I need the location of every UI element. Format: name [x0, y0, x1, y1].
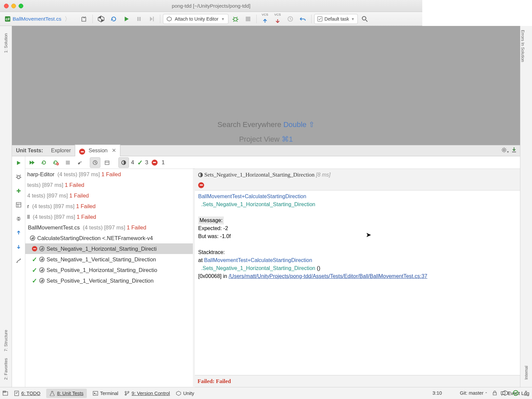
- svg-marker-5: [125, 17, 129, 21]
- csharp-file-icon: c#: [5, 16, 11, 22]
- fail-icon: [198, 182, 204, 188]
- left-tool-rail: 1: Solution 7: Structure 2: Favorites: [0, 26, 12, 318]
- vcs-update-button[interactable]: VCS: [259, 13, 271, 25]
- failed-count: 1: [162, 159, 165, 166]
- group-icon: [30, 235, 35, 241]
- stop-button[interactable]: [242, 13, 254, 25]
- svg-marker-8: [150, 17, 153, 21]
- add-tests-button[interactable]: [13, 186, 24, 196]
- breadcrumb-file[interactable]: c# BallMovementTest.cs: [2, 15, 64, 23]
- passed-count: 3: [145, 159, 148, 166]
- show-calendar-button[interactable]: [102, 157, 112, 168]
- pass-icon: ✓: [137, 159, 143, 167]
- tree-row[interactable]: CalculateStartingDirection <.NETFramewor…: [25, 233, 193, 243]
- rerun-failed-button[interactable]: [51, 157, 61, 168]
- svg-marker-23: [32, 161, 35, 165]
- svg-rect-28: [105, 161, 109, 165]
- search-everywhere-hint: Search Everywhere Double ⇧: [217, 120, 315, 129]
- pass-icon: ✓: [32, 256, 37, 263]
- refresh-button[interactable]: [108, 13, 119, 25]
- pass-icon: ✓: [32, 266, 37, 274]
- test-icon: [39, 278, 45, 283]
- test-detail-pane: Sets_Negative_1_Horizontal_Starting_Dire…: [195, 169, 422, 318]
- stop-tests-button[interactable]: [63, 157, 73, 168]
- stacktrace-link[interactable]: /Users/matt/UnityProjects/pong-tdd/Asset…: [229, 273, 422, 279]
- tree-row[interactable]: ✓Sets_Negative_1_Vertical_Starting_Direc…: [25, 254, 193, 265]
- vcs-history-button[interactable]: [285, 13, 296, 25]
- detail-time: [8 ms]: [316, 172, 331, 178]
- tree-row[interactable]: ll (4 tests) [897 ms] 1 Failed: [25, 211, 193, 222]
- fail-icon: [79, 149, 85, 155]
- main-toolbar: c# BallMovementTest.cs 〉 Attach to Unity…: [0, 12, 422, 26]
- svg-point-11: [234, 18, 237, 21]
- vcs-commit-button[interactable]: VCS: [272, 13, 283, 25]
- breadcrumb-chevron-icon: 〉: [65, 15, 70, 23]
- tools-button[interactable]: [74, 157, 85, 168]
- svg-point-18: [17, 176, 20, 179]
- task-label: Default task: [325, 16, 349, 22]
- tree-row[interactable]: ✓Sets_Positive_1_Horizontal_Starting_Dir…: [25, 265, 193, 275]
- run-button[interactable]: [121, 13, 132, 25]
- show-time-button[interactable]: [90, 157, 100, 168]
- svg-marker-17: [17, 161, 21, 165]
- task-selector[interactable]: Default task ▼: [314, 14, 358, 24]
- tree-row[interactable]: r (4 tests) [897 ms] 1 Failed: [25, 201, 193, 211]
- tree-row[interactable]: ✓Sets_Positive_1_Vertical_Starting_Direc…: [25, 275, 193, 286]
- detail-test-name: Sets_Negative_1_Horizontal_Starting_Dire…: [204, 172, 314, 178]
- undo-button[interactable]: [297, 13, 309, 25]
- tab-session[interactable]: Session ✕: [75, 145, 120, 157]
- solution-tool[interactable]: 1: Solution: [4, 30, 8, 56]
- detail-method: .Sets_Negative_1_Horizontal_Starting_Dir…: [201, 201, 315, 207]
- close-tab-button[interactable]: ✕: [110, 148, 116, 153]
- run-tests-button[interactable]: [13, 158, 24, 168]
- svg-rect-26: [66, 161, 70, 165]
- tree-row[interactable]: harp-Editor (4 tests) [897 ms] 1 Failed: [25, 169, 193, 180]
- svg-rect-19: [16, 202, 21, 207]
- debug-button[interactable]: [230, 13, 241, 25]
- fail-icon: [32, 246, 37, 251]
- detail-class: BallMovementTest+CalculateStartingDirect…: [198, 194, 306, 199]
- tree-row-selected[interactable]: Sets_Negative_1_Horizontal_Starting_Dire…: [25, 243, 193, 254]
- save-all-button[interactable]: [78, 13, 90, 25]
- svg-marker-3: [98, 16, 101, 19]
- options-button[interactable]: [13, 255, 24, 266]
- editor-area: Search Everywhere Double ⇧ Project View …: [12, 26, 422, 145]
- minimize-window-button[interactable]: [11, 4, 16, 8]
- step-button[interactable]: [146, 13, 157, 25]
- fail-icon: [152, 160, 158, 166]
- search-everywhere-button[interactable]: [359, 13, 370, 25]
- run-config-selector[interactable]: Attach to Unity Editor ▼: [163, 14, 228, 24]
- unit-tests-toolbar: 4 ✓ 3 1: [25, 156, 422, 169]
- run-all-button[interactable]: [27, 157, 37, 168]
- test-icon: [198, 173, 203, 177]
- test-tree[interactable]: harp-Editor (4 tests) [897 ms] 1 Failed …: [25, 169, 193, 318]
- unity-icon-button[interactable]: [95, 13, 107, 25]
- layout-button[interactable]: [13, 200, 24, 210]
- zoom-window-button[interactable]: [19, 4, 23, 8]
- message-label: Message:: [198, 216, 224, 224]
- expected-line: Expected: -2: [198, 224, 422, 232]
- next-fail-button[interactable]: [13, 241, 24, 252]
- stacktrace-label: Stacktrace:: [198, 248, 422, 256]
- tree-row[interactable]: 4 tests) [897 ms] 1 Failed: [25, 190, 193, 201]
- rerun-button[interactable]: [39, 157, 49, 168]
- debug-tests-button[interactable]: [13, 172, 24, 182]
- svg-rect-12: [246, 17, 250, 21]
- svg-marker-4: [101, 19, 104, 22]
- close-window-button[interactable]: [4, 4, 9, 8]
- svg-marker-10: [167, 17, 172, 21]
- butwas-line: But was: -1.0f: [198, 232, 422, 240]
- prev-fail-button[interactable]: [13, 227, 24, 238]
- filter-all-button[interactable]: [118, 157, 129, 168]
- total-count: 4: [131, 159, 134, 166]
- tree-row[interactable]: BallMovementTest.cs (4 tests) [897 ms] 1…: [25, 222, 193, 233]
- tab-explorer[interactable]: Explorer: [47, 146, 75, 156]
- unit-tests-header: Unit Tests: Explorer Session ✕ ▾: [12, 145, 422, 156]
- collapse-button[interactable]: [13, 213, 24, 224]
- svg-rect-7: [139, 17, 141, 21]
- svg-point-15: [362, 16, 366, 20]
- task-icon: [317, 16, 323, 22]
- pause-button[interactable]: [133, 13, 145, 25]
- svg-marker-22: [30, 161, 32, 165]
- tree-row[interactable]: tests) [897 ms] 1 Failed: [25, 180, 193, 190]
